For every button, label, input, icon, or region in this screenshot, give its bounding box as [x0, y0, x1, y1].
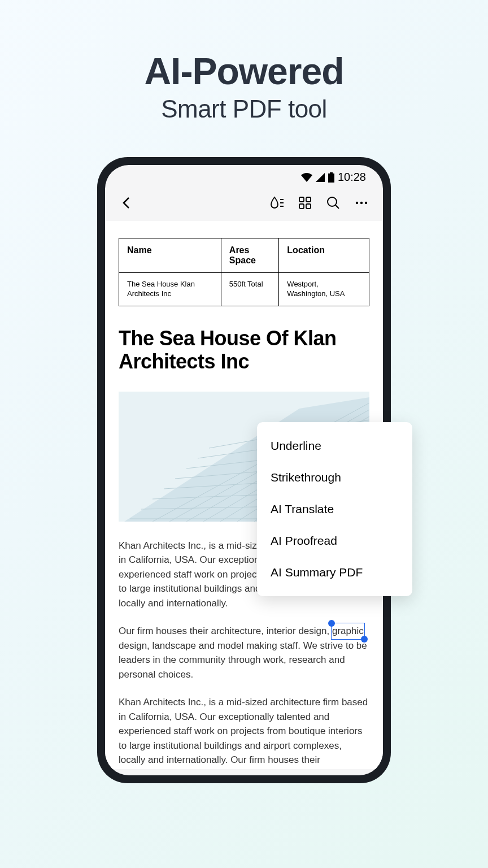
table-cell: 550ft Total — [221, 273, 279, 306]
info-table: Name Ares Space Location The Sea House K… — [119, 238, 369, 306]
document-title: The Sea House Of Klan Architects Inc — [119, 327, 369, 374]
svg-point-11 — [356, 202, 358, 204]
table-header: Location — [279, 238, 369, 273]
ink-icon[interactable] — [269, 195, 285, 211]
table-header: Name — [119, 238, 221, 273]
selection-handle-right[interactable] — [361, 636, 368, 643]
text-selection[interactable]: graphic — [332, 624, 364, 639]
para2-post: design, landscape and model making staff… — [119, 640, 367, 680]
paragraph-3: Khan Architects Inc., is a mid-sized arc… — [119, 695, 369, 769]
svg-rect-6 — [306, 197, 311, 202]
para2-pre: Our firm houses their architecture, inte… — [119, 626, 332, 636]
battery-icon — [328, 172, 334, 183]
svg-point-9 — [328, 197, 337, 206]
grid-icon[interactable] — [297, 195, 313, 211]
svg-rect-7 — [299, 204, 304, 209]
svg-rect-1 — [330, 172, 333, 173]
context-menu: Underline Strikethrough AI Translate AI … — [257, 422, 412, 596]
svg-point-13 — [365, 202, 367, 204]
menu-ai-summary[interactable]: AI Summary PDF — [257, 557, 412, 588]
svg-rect-8 — [306, 204, 311, 209]
hero-title: AI-Powered — [0, 50, 488, 93]
menu-underline[interactable]: Underline — [257, 430, 412, 462]
more-icon[interactable] — [354, 195, 369, 211]
search-icon[interactable] — [325, 195, 341, 211]
table-header: Ares Space — [221, 238, 279, 273]
selection-handle-left[interactable] — [328, 620, 335, 627]
svg-line-10 — [336, 205, 339, 209]
wifi-icon — [301, 173, 312, 182]
hero-subtitle: Smart PDF tool — [0, 95, 488, 123]
paragraph-2: Our firm houses their architecture, inte… — [119, 624, 369, 682]
svg-point-12 — [360, 202, 363, 204]
table-cell: Westport, Washington, USA — [279, 273, 369, 306]
svg-rect-5 — [299, 197, 304, 202]
menu-ai-proofread[interactable]: AI Proofread — [257, 525, 412, 557]
svg-rect-0 — [328, 173, 334, 183]
selected-text: graphic — [332, 626, 364, 636]
table-cell: The Sea House Klan Architects Inc — [119, 273, 221, 306]
back-button[interactable] — [119, 195, 134, 211]
menu-ai-translate[interactable]: AI Translate — [257, 493, 412, 525]
menu-strikethrough[interactable]: Strikethrough — [257, 462, 412, 493]
status-time: 10:28 — [338, 171, 366, 184]
toolbar — [105, 187, 383, 221]
status-bar: 10:28 — [105, 165, 383, 187]
signal-icon — [316, 173, 325, 182]
